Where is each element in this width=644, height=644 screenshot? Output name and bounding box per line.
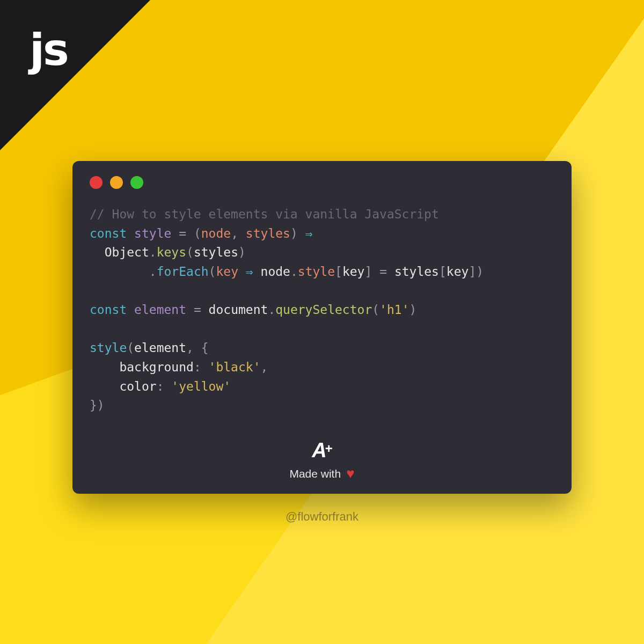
code-token: node: [201, 226, 231, 240]
heart-icon: ♥: [346, 465, 354, 482]
logo-plus: +: [325, 441, 332, 456]
code-token: (: [186, 245, 194, 259]
logo-a: A: [312, 439, 326, 462]
code-token: key: [342, 265, 365, 279]
code-token: [: [439, 265, 447, 279]
code-token: key: [216, 265, 238, 279]
code-token: [90, 360, 119, 374]
code-token: styles: [194, 245, 238, 259]
code-token: forEach: [157, 265, 209, 279]
logo: A+: [289, 439, 354, 462]
code-token: ⇒: [305, 226, 313, 240]
code-token: (: [209, 265, 216, 279]
js-logo-label: js: [30, 24, 68, 75]
code-token: style: [134, 226, 171, 240]
code-token: key: [447, 265, 469, 279]
code-token: ⇒: [246, 265, 253, 279]
code-token: ): [290, 226, 305, 240]
code-token: :: [194, 360, 209, 374]
code-token: 'black': [209, 360, 261, 374]
code-token: const: [90, 303, 127, 317]
code-token: =: [186, 303, 209, 317]
window-maximize-button[interactable]: [130, 176, 143, 189]
code-token: 'yellow': [171, 379, 231, 393]
code-token: keys: [157, 245, 186, 259]
window-minimize-button[interactable]: [110, 176, 123, 189]
code-token: [238, 265, 246, 279]
code-token: element: [134, 303, 186, 317]
code-token: ): [409, 303, 417, 317]
code-token: [90, 265, 149, 279]
window-controls: [90, 176, 554, 189]
code-token: .: [149, 265, 157, 279]
code-token: = (: [171, 226, 201, 240]
code-token: style: [298, 265, 335, 279]
code-token: .: [268, 303, 275, 317]
code-comment: // How to style elements via vanilla Jav…: [90, 207, 439, 221]
code-token: document: [209, 303, 268, 317]
code-token: .: [149, 245, 157, 259]
made-with-label: Made with ♥: [289, 465, 354, 482]
code-token: styles: [246, 226, 290, 240]
code-token: ,: [261, 360, 268, 374]
code-token: .: [290, 265, 298, 279]
code-token: ]: [364, 265, 372, 279]
code-token: element: [134, 341, 186, 355]
code-token: color: [119, 379, 156, 393]
code-token: node: [261, 265, 290, 279]
attribution-handle: @flowforfrank: [286, 510, 358, 524]
code-token: [90, 245, 105, 259]
code-token: style: [90, 341, 127, 355]
code-token: [90, 379, 119, 393]
code-token: 'h1': [379, 303, 409, 317]
code-token: (: [372, 303, 379, 317]
code-token: ): [238, 245, 246, 259]
code-token: , {: [186, 341, 209, 355]
code-token: [: [335, 265, 342, 279]
code-token: querySelector: [275, 303, 372, 317]
code-token: (: [127, 341, 134, 355]
made-with-text: Made with: [289, 467, 341, 480]
code-token: const: [90, 226, 127, 240]
corner-triangle: [0, 0, 150, 150]
code-token: ]): [469, 265, 484, 279]
code-block: // How to style elements via vanilla Jav…: [90, 205, 554, 415]
footer-badge: A+ Made with ♥: [289, 439, 354, 482]
window-close-button[interactable]: [90, 176, 103, 189]
code-token: =: [372, 265, 394, 279]
code-token: [253, 265, 261, 279]
code-window: // How to style elements via vanilla Jav…: [72, 161, 572, 494]
code-token: :: [157, 379, 172, 393]
code-token: styles: [394, 265, 439, 279]
code-token: background: [119, 360, 193, 374]
code-token: Object: [105, 245, 149, 259]
code-token: ,: [231, 226, 246, 240]
code-token: }): [90, 398, 105, 412]
